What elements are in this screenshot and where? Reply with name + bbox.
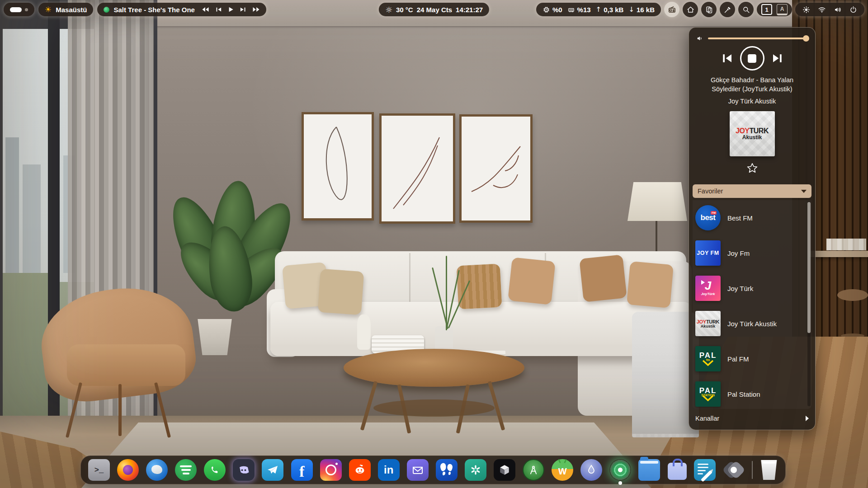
- dock-spotify[interactable]: [175, 459, 197, 481]
- sun-icon: ☀: [45, 5, 52, 14]
- volume-slider[interactable]: [708, 38, 808, 39]
- station-row-joyturk-akustik[interactable]: JOYTURK Akustik Joy Türk Akustik: [693, 306, 811, 341]
- play-icon[interactable]: [228, 6, 234, 13]
- system-monitor-pill[interactable]: %0 %13 ↑ 0,3 kB ↓ 16 kB: [536, 3, 661, 16]
- dock-software-store[interactable]: [668, 463, 687, 480]
- chevron-right-icon: [806, 416, 809, 421]
- search-icon: [742, 5, 750, 14]
- station-name: Best FM: [727, 214, 753, 222]
- dock-protonmail[interactable]: [407, 459, 429, 481]
- rewind-icon[interactable]: [202, 6, 209, 13]
- fast-forward-icon[interactable]: [252, 6, 260, 13]
- previous-track-icon[interactable]: [215, 6, 222, 13]
- palstation-logo: PAL STATION: [695, 381, 721, 407]
- dock-blue-app[interactable]: [436, 459, 458, 481]
- station-list: best FM Best FM JOY FM Joy Fm J JoyTürk …: [693, 200, 811, 409]
- station-row-joyfm[interactable]: JOY FM Joy Fm: [693, 235, 811, 271]
- next-station-button[interactable]: [771, 52, 784, 64]
- dock-telegram[interactable]: [262, 459, 283, 481]
- tweaks-dot-icon: [731, 467, 737, 473]
- search-button[interactable]: [738, 2, 754, 17]
- desktop-button[interactable]: ☀ Masaüstü: [38, 3, 93, 16]
- station-row-bestfm[interactable]: best FM Best FM: [693, 200, 811, 235]
- workspace-active-pill[interactable]: [10, 7, 22, 12]
- mail-icon: [412, 465, 424, 475]
- clock-weather-pill[interactable]: ☼ 30 °C 24 May Cts 14:21:27: [379, 3, 489, 16]
- dock-linkedin[interactable]: in: [378, 459, 400, 481]
- workspace-language-pill[interactable]: 1 A: [757, 3, 792, 16]
- dock-instagram[interactable]: [320, 459, 342, 481]
- dock-firefox[interactable]: [117, 459, 139, 481]
- station-row-palstation[interactable]: PAL STATION Pal Station: [693, 376, 811, 409]
- weather-icon: ☼: [385, 5, 392, 14]
- power-icon: [849, 5, 858, 14]
- dock-separator: [752, 461, 753, 479]
- joyfm-logo-text: JOY FM: [697, 250, 719, 256]
- dock-android-studio[interactable]: [523, 459, 544, 481]
- net-upload: 0,3 kB: [604, 6, 623, 14]
- joyturk-akustik-logo: JOYTURK Akustik: [695, 311, 721, 336]
- dock-thunderbird[interactable]: [146, 459, 168, 481]
- art-joy-text: JOY: [736, 127, 750, 135]
- cpu-usage: %0: [552, 6, 562, 14]
- media-player-pill[interactable]: Salt Tree - She's The One: [97, 3, 266, 16]
- dock-facebook[interactable]: f: [291, 459, 313, 481]
- clipboard-button[interactable]: [701, 2, 717, 17]
- radio-extension-button[interactable]: [664, 2, 679, 17]
- linkedin-in-icon: in: [384, 464, 393, 476]
- radio-icon: [668, 5, 676, 14]
- joyturk-play-triangle: [701, 280, 705, 285]
- joyturk-logo: J JoyTürk: [695, 276, 721, 301]
- paper-plane-icon: [267, 465, 278, 475]
- wifi-icon: [817, 5, 826, 14]
- discord-icon: [237, 465, 250, 475]
- system-tray-pill[interactable]: [795, 3, 864, 16]
- dock-trash[interactable]: [760, 460, 778, 480]
- station-name: Joy Fm: [727, 249, 750, 257]
- dock-terminal[interactable]: >_: [88, 459, 110, 481]
- favorites-header[interactable]: Favoriler: [693, 184, 811, 198]
- station-row-joyturk[interactable]: J JoyTürk Joy Türk: [693, 271, 811, 306]
- color-picker-button[interactable]: [720, 2, 735, 17]
- station-row-palfm[interactable]: PAL fm Pal FM: [693, 341, 811, 376]
- home-button[interactable]: [683, 2, 698, 17]
- time: 14:21:27: [456, 6, 483, 14]
- workspace-dot[interactable]: [25, 8, 28, 11]
- dock-chatgpt[interactable]: [465, 459, 486, 481]
- keyboard-layout-icon[interactable]: A: [777, 4, 788, 15]
- scrollbar-thumb[interactable]: [807, 202, 811, 333]
- dock-waydroid[interactable]: W: [552, 459, 573, 481]
- volume-slider-handle[interactable]: [803, 35, 809, 42]
- terminal-icon: >_: [94, 466, 104, 474]
- dock-discord[interactable]: [233, 459, 255, 481]
- workspace-indicator[interactable]: [4, 3, 34, 16]
- dock-deluge[interactable]: [580, 459, 602, 481]
- dock-radio-app[interactable]: [609, 459, 631, 481]
- previous-station-button[interactable]: [720, 52, 734, 64]
- spotify-status-icon: [104, 7, 109, 13]
- favorites-header-label: Favoriler: [698, 188, 723, 195]
- art-turk-text: TURK: [750, 127, 769, 135]
- date: 24 May Cts: [417, 6, 452, 14]
- eyedropper-icon: [723, 5, 732, 14]
- waydroid-w-icon: W: [558, 466, 567, 477]
- top-bar: ☀ Masaüstü Salt Tree - She's The One ☼ 3…: [0, 0, 868, 19]
- dock-tweaks[interactable]: [723, 459, 745, 481]
- pencil-icon: [701, 470, 712, 482]
- clipboard-icon: [705, 5, 713, 14]
- favorite-star-button[interactable]: [746, 162, 759, 174]
- dock-files[interactable]: [638, 459, 660, 481]
- dock-cube-app[interactable]: [494, 459, 515, 481]
- dock-text-editor[interactable]: [694, 459, 716, 481]
- workspace-number[interactable]: 1: [761, 4, 772, 15]
- dock-reddit[interactable]: [349, 459, 371, 481]
- channels-menu-item[interactable]: Kanallar: [689, 409, 815, 428]
- desktop-label: Masaüstü: [56, 6, 87, 14]
- volume-icon: [833, 5, 842, 14]
- dock: >_ f in: [80, 455, 786, 484]
- next-track-icon[interactable]: [240, 6, 246, 13]
- memory-icon: [567, 6, 575, 14]
- phone-icon: [209, 465, 220, 475]
- dock-whatsapp[interactable]: [204, 459, 226, 481]
- stop-button[interactable]: [740, 46, 764, 70]
